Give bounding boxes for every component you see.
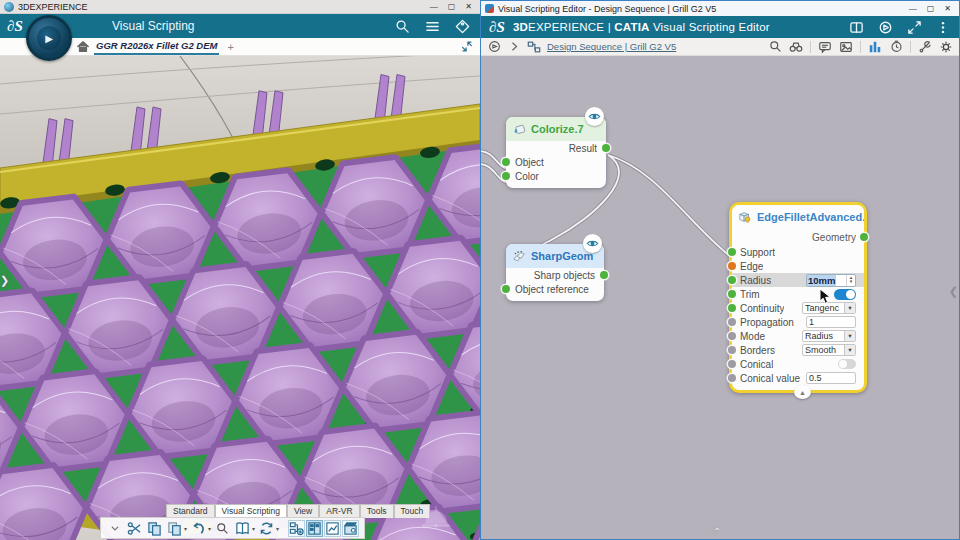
- history-icon[interactable]: [889, 40, 903, 54]
- home-icon[interactable]: [76, 40, 90, 54]
- session-icon[interactable]: [487, 40, 501, 54]
- collapse-node-icon[interactable]: ▲: [794, 385, 811, 399]
- port-dot-borders[interactable]: [728, 346, 736, 354]
- radius-spinner[interactable]: ▲▼: [846, 275, 855, 286]
- paste-icon[interactable]: [166, 520, 183, 537]
- image-icon[interactable]: [839, 40, 853, 54]
- port-conical[interactable]: Conical: [732, 357, 864, 371]
- undo-icon[interactable]: [190, 520, 207, 537]
- simulation-icon[interactable]: [342, 520, 359, 537]
- visibility-eye-icon[interactable]: [583, 234, 602, 253]
- port-radius[interactable]: Radius 10mm ▲▼: [732, 273, 864, 287]
- trim-toggle[interactable]: [834, 289, 856, 300]
- script-canvas[interactable]: Colorize.7 Result Object Color SharpGeom: [481, 56, 959, 539]
- port-edge[interactable]: Edge: [732, 259, 864, 273]
- port-dot-propagation[interactable]: [728, 318, 736, 326]
- visibility-eye-icon[interactable]: [585, 107, 604, 126]
- maximize-button[interactable]: ▢: [448, 2, 456, 11]
- close-button[interactable]: ✕: [465, 2, 472, 11]
- tools-icon[interactable]: [918, 40, 932, 54]
- port-sharp-objects[interactable]: Sharp objects: [506, 268, 604, 282]
- maximize-button[interactable]: ▢: [927, 4, 935, 13]
- port-propagation[interactable]: Propagation 1: [732, 315, 864, 329]
- conical-value-input[interactable]: 0.5: [806, 372, 856, 384]
- port-continuity[interactable]: Continuity Tangenc ▼: [732, 301, 864, 315]
- port-dot-mode[interactable]: [728, 332, 736, 340]
- settings-gear-icon[interactable]: [939, 40, 953, 54]
- more-menu-icon[interactable]: [935, 19, 951, 35]
- port-mode[interactable]: Mode Radius ▼: [732, 329, 864, 343]
- port-borders[interactable]: Borders Smooth ▼: [732, 343, 864, 357]
- port-support[interactable]: Support: [732, 245, 864, 259]
- minimize-button[interactable]: —: [909, 4, 917, 13]
- port-dot-radius[interactable]: [728, 276, 736, 284]
- port-dot-color[interactable]: [502, 172, 510, 180]
- new-tab-button[interactable]: +: [227, 41, 233, 53]
- minimize-button[interactable]: —: [430, 2, 438, 11]
- menu-icon[interactable]: [424, 18, 440, 34]
- port-geometry[interactable]: Geometry: [732, 229, 864, 245]
- paste-dropdown-icon[interactable]: ▾: [184, 525, 187, 532]
- radius-input[interactable]: 10mm ▲▼: [806, 274, 856, 287]
- plot-icon[interactable]: [324, 520, 341, 537]
- collapse-corner-icon[interactable]: [460, 40, 474, 54]
- cut-icon[interactable]: [126, 520, 143, 537]
- fullscreen-icon[interactable]: [906, 19, 922, 35]
- port-dot-edge[interactable]: [728, 262, 736, 270]
- port-dot-geometry[interactable]: [860, 233, 868, 241]
- port-dot-trim[interactable]: [728, 290, 736, 298]
- port-result[interactable]: Result: [506, 141, 606, 155]
- tab-visual-scripting[interactable]: Visual Scripting: [215, 504, 287, 518]
- catalog-dropdown-icon[interactable]: ▾: [252, 525, 255, 532]
- script-node-icon[interactable]: [527, 40, 541, 54]
- panel-expander-bottom-icon[interactable]: ⌃: [713, 526, 721, 537]
- catalog-icon[interactable]: [234, 520, 251, 537]
- note-icon[interactable]: [818, 40, 832, 54]
- propagation-input[interactable]: 1: [806, 316, 856, 328]
- node-sharpgeom[interactable]: SharpGeom Sharp objects Object reference: [506, 244, 604, 301]
- mode-dropdown[interactable]: Radius ▼: [802, 330, 856, 342]
- undo-dropdown-icon[interactable]: ▾: [208, 525, 211, 532]
- zoom-tool-icon[interactable]: [768, 40, 782, 54]
- port-dot-sharp-objects[interactable]: [600, 271, 608, 279]
- 3d-viewport[interactable]: ❯ Standard Visual Scripting View AR-VR T…: [0, 56, 480, 540]
- tab-ar-vr[interactable]: AR-VR: [319, 504, 359, 518]
- update-dropdown-icon[interactable]: ▾: [276, 525, 279, 532]
- script-editor-icon[interactable]: [306, 520, 323, 537]
- port-dot-continuity[interactable]: [728, 304, 736, 312]
- port-dot-conical-value[interactable]: [728, 374, 736, 382]
- port-dot-object-reference[interactable]: [502, 285, 510, 293]
- port-dot-conical[interactable]: [728, 360, 736, 368]
- port-object[interactable]: Object: [506, 155, 606, 169]
- port-color[interactable]: Color: [506, 169, 606, 183]
- tab-tools[interactable]: Tools: [360, 504, 394, 518]
- tab-standard[interactable]: Standard: [166, 504, 215, 518]
- tag-icon[interactable]: [454, 18, 470, 34]
- panel-expander-left-icon[interactable]: ❯: [0, 274, 9, 287]
- copy-icon[interactable]: [146, 520, 163, 537]
- expand-toolbar-icon[interactable]: [106, 520, 123, 537]
- port-dot-support[interactable]: [728, 248, 736, 256]
- borders-dropdown[interactable]: Smooth ▼: [802, 344, 856, 356]
- panels-icon[interactable]: [848, 19, 864, 35]
- close-button[interactable]: ✕: [944, 4, 951, 13]
- search-icon[interactable]: [394, 18, 410, 34]
- port-object-reference[interactable]: Object reference: [506, 282, 604, 296]
- port-dot-result[interactable]: [602, 144, 610, 152]
- panel-expander-right-icon[interactable]: ❮: [949, 285, 958, 298]
- port-dot-object[interactable]: [502, 158, 510, 166]
- port-conical-value[interactable]: Conical value 0.5: [732, 371, 864, 385]
- tab-touch[interactable]: Touch: [394, 504, 431, 518]
- 3dplay-icon[interactable]: [877, 19, 893, 35]
- layout-columns-icon[interactable]: [868, 40, 882, 54]
- breadcrumb[interactable]: Design Sequence | Grill G2 V5: [547, 41, 676, 52]
- chevron-right-icon[interactable]: [507, 40, 521, 54]
- node-colorize[interactable]: Colorize.7 Result Object Color: [506, 117, 606, 188]
- conical-toggle[interactable]: [838, 359, 856, 369]
- new-script-icon[interactable]: [288, 520, 305, 537]
- compass-icon[interactable]: ▶: [26, 15, 72, 61]
- update-icon[interactable]: [258, 520, 275, 537]
- port-trim[interactable]: Trim: [732, 287, 864, 301]
- document-tab[interactable]: GGR R2026x Fillet G2 DEM: [94, 39, 219, 55]
- zoom-icon[interactable]: [214, 520, 231, 537]
